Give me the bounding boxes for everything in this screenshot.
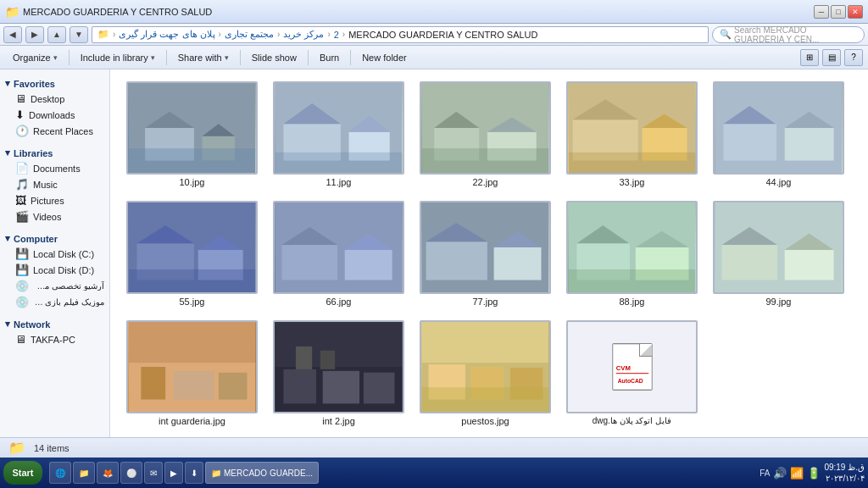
taskbar-active-item[interactable]: 📁 MERCADO GUARDE... <box>205 462 319 484</box>
breadcrumb-3: مجتمع تجاری <box>225 29 274 40</box>
sidebar-local-c-label: Local Disk (C:) <box>33 249 94 259</box>
tray: FA 🔊 📶 🔋 09:19 ق.ظ ۲۰۲۳/۱۲/۰۴ <box>760 462 865 484</box>
sidebar-pictures-label: Pictures <box>31 196 64 206</box>
breadcrumb-4: مرکز خرید <box>283 29 324 40</box>
address-path[interactable]: 📁 › پلان های جهت قرار گیری › مجتمع تجاری… <box>92 26 709 43</box>
file-item-22[interactable]: 22.jpg <box>415 81 555 187</box>
svg-text:AutoCAD: AutoCAD <box>617 378 643 384</box>
taskbar-item-ie[interactable]: 🌐 <box>49 462 71 484</box>
sidebar-favorites-header[interactable]: ▾ Favorites <box>0 75 109 91</box>
burn-button[interactable]: Burn <box>312 48 347 67</box>
svg-rect-17 <box>422 148 548 173</box>
file-item-int2[interactable]: int 2.jpg <box>269 320 409 426</box>
file-item-dwg[interactable]: CVM AutoCAD فایل اتوکد پلان ها.dwg <box>562 320 702 426</box>
up-button[interactable]: ▲ <box>47 26 66 43</box>
taskbar-item-firefox[interactable]: 🦊 <box>97 462 119 484</box>
start-button[interactable]: Start <box>3 461 42 485</box>
sidebar-item-recent[interactable]: 🕐 Recent Places <box>0 123 109 139</box>
computer-label: Computer <box>14 234 58 244</box>
file-area: 10.jpg 11.jpg <box>110 69 868 437</box>
forward-button[interactable]: ▶ <box>25 26 44 43</box>
sidebar-item-media[interactable]: 💿 موزیک فیلم بازی (F:) <box>0 294 109 310</box>
sidebar-network-header[interactable]: ▾ Network <box>0 315 109 331</box>
address-bar: ◀ ▶ ▲ ▼ 📁 › پلان های جهت قرار گیری › مجت… <box>0 24 868 46</box>
folder-status-icon: 📁 <box>8 440 25 456</box>
svg-rect-65 <box>323 371 359 404</box>
svg-rect-50 <box>569 269 695 292</box>
pictures-icon: 🖼 <box>15 194 26 207</box>
breadcrumb-2: پلان های جهت قرار گیری <box>119 29 214 40</box>
taskbar-item-explorer[interactable]: 📁 <box>73 462 95 484</box>
sidebar-item-takfa[interactable]: 🖥 TAKFA-PC <box>0 331 109 347</box>
new-folder-button[interactable]: New folder <box>354 48 415 67</box>
file-item-int-guarderia[interactable]: int guarderia.jpg <box>122 320 262 426</box>
include-library-button[interactable]: Include in library ▾ <box>73 48 163 67</box>
taskbar-item-chrome[interactable]: ⚪ <box>120 462 142 484</box>
file-item-66[interactable]: 66.jpg <box>269 201 409 307</box>
file-item-77[interactable]: 77.jpg <box>415 201 555 307</box>
svg-rect-54 <box>785 250 834 280</box>
favorites-label: Favorites <box>14 79 55 89</box>
music-icon: 🎵 <box>15 178 29 191</box>
minimize-button[interactable]: ─ <box>814 5 829 19</box>
organize-chevron-icon: ▾ <box>53 53 58 62</box>
taskbar-item-download-app[interactable]: ⬇ <box>185 462 203 484</box>
close-button[interactable]: ✕ <box>848 5 863 19</box>
organize-button[interactable]: Organize ▾ <box>5 48 65 67</box>
preview-pane-button[interactable]: ▤ <box>822 49 841 66</box>
sidebar-item-documents[interactable]: 📄 Documents <box>0 160 109 176</box>
svg-rect-66 <box>364 373 395 404</box>
svg-rect-36 <box>282 245 338 280</box>
taskbar-item-mail[interactable]: ✉ <box>144 462 163 484</box>
sidebar-downloads-label: Downloads <box>29 110 75 120</box>
thumbnail-88 <box>566 201 698 294</box>
lang-indicator: FA <box>760 469 770 478</box>
change-view-button[interactable]: ⊞ <box>800 49 819 66</box>
file-item-44[interactable]: 44.jpg <box>709 81 849 187</box>
sidebar-item-archive[interactable]: 💿 آرشیو تخصصی معماری <box>0 278 109 294</box>
slideshow-button[interactable]: Slide show <box>244 48 304 67</box>
sidebar-item-downloads[interactable]: ⬇ Downloads <box>0 107 109 123</box>
thumbnail-66 <box>273 201 404 294</box>
taskbar-item-media[interactable]: ▶ <box>164 462 183 484</box>
clock: 09:19 ق.ظ ۲۰۲۳/۱۲/۰۴ <box>824 462 865 484</box>
file-item-99[interactable]: 99.jpg <box>709 201 849 307</box>
sidebar-item-music[interactable]: 🎵 Music <box>0 176 109 192</box>
maximize-button[interactable]: □ <box>831 5 846 19</box>
svg-rect-58 <box>141 367 165 400</box>
download-app-icon: ⬇ <box>191 469 198 478</box>
sidebar-item-local-c[interactable]: 💾 Local Disk (C:) <box>0 246 109 262</box>
file-item-55[interactable]: 55.jpg <box>122 201 262 307</box>
sidebar-item-desktop[interactable]: 🖥 Desktop <box>0 91 109 107</box>
sidebar-item-pictures[interactable]: 🖼 Pictures <box>0 192 109 208</box>
file-item-33[interactable]: 33.jpg <box>562 81 702 187</box>
svg-rect-78 <box>640 344 652 356</box>
svg-rect-43 <box>494 247 542 280</box>
back-button[interactable]: ◀ <box>3 26 22 43</box>
sidebar-item-videos[interactable]: 🎬 Videos <box>0 208 109 225</box>
file-item-puestos[interactable]: puestos.jpg <box>415 320 555 426</box>
file-item-10[interactable]: 10.jpg <box>122 81 262 187</box>
sidebar: ▾ Favorites 🖥 Desktop ⬇ Downloads 🕐 Rece… <box>0 69 110 437</box>
toolbar-sep-5 <box>350 50 351 65</box>
svg-rect-60 <box>219 373 248 400</box>
sidebar-libraries-header[interactable]: ▾ Libraries <box>0 144 109 160</box>
svg-rect-11 <box>275 152 402 173</box>
thumbnail-puestos <box>420 320 551 413</box>
dwg-icon-img: CVM AutoCAD <box>612 343 653 391</box>
share-button[interactable]: Share with ▾ <box>170 48 236 67</box>
sidebar-computer-header[interactable]: ▾ Computer <box>0 230 109 246</box>
sidebar-local-d-label: Local Disk (D:) <box>33 265 94 275</box>
file-item-11[interactable]: 11.jpg <box>269 81 409 187</box>
svg-marker-76 <box>640 344 652 356</box>
help-button[interactable]: ? <box>844 49 863 66</box>
start-label: Start <box>12 468 33 478</box>
recent-button[interactable]: ▼ <box>70 26 88 43</box>
sidebar-item-local-d[interactable]: 💾 Local Disk (D:) <box>0 262 109 278</box>
breadcrumb-sep-0: › <box>113 30 115 39</box>
svg-rect-52 <box>722 245 778 280</box>
search-input[interactable]: 🔍 Search MERCADO GUARDERIA Y CEN... <box>712 26 865 43</box>
toolbar: Organize ▾ Include in library ▾ Share wi… <box>0 46 868 69</box>
thumbnail-99 <box>713 201 844 294</box>
file-item-88[interactable]: 88.jpg <box>562 201 702 307</box>
